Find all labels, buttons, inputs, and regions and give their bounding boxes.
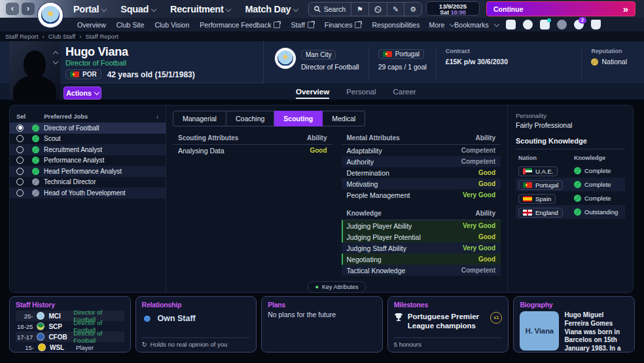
preferred-job-row[interactable]: Recruitment Analyst: [10, 144, 166, 155]
search-button[interactable]: Search: [309, 3, 351, 16]
attribute-row[interactable]: Judging Staff Ability Very Good: [342, 242, 501, 254]
honours-count[interactable]: 5 honours: [394, 337, 503, 348]
job-radio[interactable]: [16, 135, 24, 142]
history-club: CFOB: [48, 334, 69, 341]
biography-monogram-tile: H. Viana: [520, 311, 559, 351]
attribute-row[interactable]: People Management Very Good: [342, 189, 501, 201]
job-radio[interactable]: [16, 124, 24, 132]
history-row[interactable]: 17-17 CFOB Director of Football: [16, 332, 124, 342]
sel-column-header: Sel: [16, 113, 26, 120]
inbox-icon[interactable]: [506, 20, 516, 29]
contract-value: £15K p/w 30/6/2030: [446, 58, 508, 66]
section-nav-item[interactable]: Club Vision: [154, 21, 189, 29]
attribute-category-tab[interactable]: Managerial: [173, 111, 226, 126]
attribute-category-tab[interactable]: Scouting: [274, 111, 323, 126]
main-nav-item[interactable]: Recruitment: [170, 4, 230, 14]
knowledge-level-icon: [574, 195, 581, 202]
nation-name: U.A.E.: [535, 168, 553, 175]
staff-header: Hugo Viana Director of Football POR 42 y…: [0, 41, 644, 100]
social-icon[interactable]: 2: [574, 20, 584, 29]
attribute-row[interactable]: Authority Competent: [342, 156, 501, 167]
preferred-job-row[interactable]: Technical Director: [10, 177, 166, 188]
attribute-row[interactable]: Negotiating Good: [342, 254, 501, 265]
staff-icon[interactable]: [557, 20, 567, 29]
chevron-up-icon[interactable]: [53, 51, 58, 56]
title-bar: ‹ › Portal Squad Recruitment Match Day C…: [0, 0, 644, 18]
header-tab[interactable]: Career: [393, 84, 416, 100]
breadcrumb-item[interactable]: Staff Report: [5, 33, 39, 40]
ability-column-header: Ability: [475, 134, 495, 142]
chevron-down-icon: [151, 6, 156, 11]
staff-history-panel: Staff History 25- MCI Director of Footba…: [9, 296, 131, 353]
section-nav-item[interactable]: Overview: [77, 21, 106, 29]
preferred-job-row[interactable]: Performance Analyst: [10, 155, 166, 166]
breadcrumb-item[interactable]: Club Staff: [48, 33, 76, 40]
section-nav-item[interactable]: Staff: [291, 21, 313, 29]
job-radio[interactable]: [16, 189, 24, 197]
attribute-row[interactable]: Motivating Good: [342, 178, 501, 189]
section-nav-item[interactable]: Finances: [325, 21, 362, 29]
settings-button[interactable]: ⚙: [404, 3, 421, 16]
preferred-job-row[interactable]: Head Performance Analyst: [10, 166, 166, 177]
back-button[interactable]: ‹: [6, 3, 19, 15]
staff-age: 42 years old (15/1/1983): [107, 70, 195, 79]
main-nav-item[interactable]: Match Day: [245, 4, 298, 14]
staff-role[interactable]: Director of Football: [65, 59, 126, 67]
job-radio[interactable]: [16, 157, 24, 164]
job-label: Performance Analyst: [44, 157, 104, 164]
world-button[interactable]: [369, 3, 387, 16]
sort-icon[interactable]: ↓: [156, 113, 159, 120]
person-stepper[interactable]: [54, 52, 58, 64]
job-radio[interactable]: [16, 168, 24, 175]
attribute-category-tab[interactable]: Medical: [323, 111, 365, 126]
attribute-row[interactable]: Analysing Data Good: [173, 145, 332, 156]
attribute-row[interactable]: Adaptability Competent: [342, 145, 501, 156]
club-name[interactable]: Man City: [301, 50, 336, 60]
main-nav-item[interactable]: Squad: [120, 4, 156, 14]
milestone-count-badge: x1: [490, 312, 502, 324]
section-nav-item[interactable]: Performance Feedback: [200, 21, 280, 29]
notes-button[interactable]: ⚑: [351, 3, 369, 16]
attribute-row[interactable]: Judging Player Potential Good: [342, 231, 501, 242]
attribute-row[interactable]: Judging Player Ability Very Good: [342, 220, 501, 231]
section-nav-item[interactable]: Club Site: [116, 21, 145, 29]
trophy-icon[interactable]: [591, 20, 601, 29]
scouting-knowledge-row[interactable]: England Outstanding: [516, 205, 625, 219]
header-tab[interactable]: Personal: [346, 84, 376, 100]
forward-button[interactable]: ›: [22, 3, 35, 15]
preferred-job-row[interactable]: Head of Youth Development: [10, 187, 166, 199]
job-radio[interactable]: [16, 178, 24, 185]
breadcrumb-item[interactable]: Staff Report: [85, 33, 118, 40]
key-attribute-dot-icon: ●: [315, 284, 319, 290]
bookmarks-menu[interactable]: Bookmarks: [454, 21, 499, 29]
knowledge-level: Complete: [584, 181, 611, 188]
attribute-category-tab[interactable]: Coaching: [226, 111, 274, 126]
attribute-row[interactable]: Determination Good: [342, 167, 501, 178]
continue-button[interactable]: Continue »: [486, 1, 635, 16]
section-nav-item[interactable]: Responsibilities: [372, 21, 420, 29]
chevron-down-icon: [293, 6, 298, 11]
attribute-value: Very Good: [463, 244, 495, 252]
edit-button[interactable]: ✎: [387, 3, 404, 16]
nation-flag-icon: [523, 182, 532, 188]
chevron-down-icon[interactable]: [53, 59, 58, 64]
nation-pill[interactable]: Portugal: [378, 49, 424, 59]
job-radio[interactable]: [16, 146, 24, 153]
squad-kit-icon[interactable]: [540, 20, 550, 29]
attribute-row[interactable]: Tactical Knowledge Competent: [342, 265, 501, 276]
job-ability-icon: [32, 189, 39, 197]
attribute-value: Competent: [461, 267, 495, 274]
scouting-knowledge-row[interactable]: U.A.E. Complete: [516, 164, 625, 178]
header-tab[interactable]: Overview: [296, 84, 329, 100]
scouting-knowledge-row[interactable]: Spain Complete: [516, 191, 625, 205]
main-nav-item[interactable]: Portal: [73, 4, 106, 14]
preferred-job-row[interactable]: Scout: [10, 134, 166, 145]
game-date[interactable]: 13/9/2025 Sat 10:00: [426, 1, 480, 16]
avatar: [9, 41, 60, 100]
kit-icon[interactable]: [523, 20, 533, 29]
actions-button[interactable]: Actions: [63, 86, 101, 100]
preferred-job-row[interactable]: Director of Football: [10, 123, 166, 134]
more-menu[interactable]: More: [429, 21, 454, 29]
club-info: Man City Director of Football: [266, 47, 368, 79]
scouting-knowledge-row[interactable]: Portugal Complete: [516, 178, 625, 191]
